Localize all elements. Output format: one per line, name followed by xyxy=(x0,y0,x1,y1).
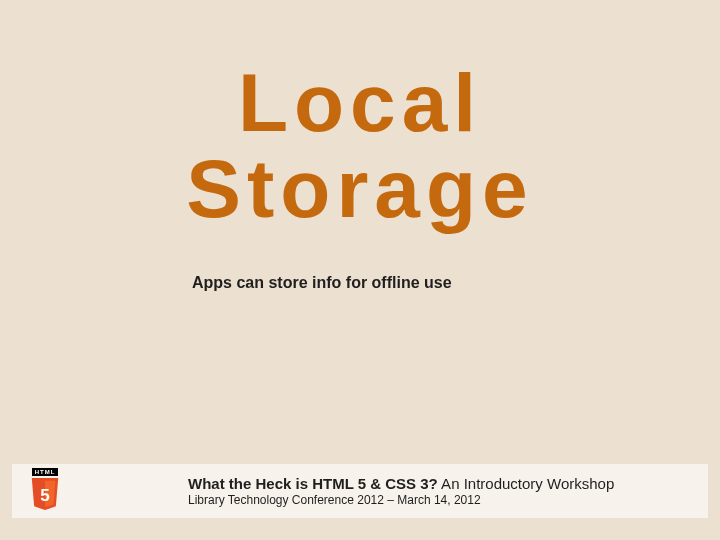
html5-shield-icon: 5 xyxy=(29,478,61,512)
slide-subtitle: Apps can store info for offline use xyxy=(192,274,640,292)
footer-subtitle-line: Library Technology Conference 2012 – Mar… xyxy=(188,493,698,507)
slide-title-area: Local Storage xyxy=(0,60,720,232)
footer-title-rest: An Introductory Workshop xyxy=(438,475,614,492)
title-line2: Storage xyxy=(186,143,533,234)
html5-logo: HTML 5 xyxy=(22,468,68,514)
html5-logo-label: HTML xyxy=(32,468,59,476)
slide-title: Local Storage xyxy=(0,60,720,232)
slide-subtitle-area: Apps can store info for offline use xyxy=(192,274,640,292)
footer-title-bold: What the Heck is HTML 5 & CSS 3? xyxy=(188,475,438,492)
html5-logo-number: 5 xyxy=(40,486,49,505)
footer-title-line: What the Heck is HTML 5 & CSS 3? An Intr… xyxy=(188,475,698,493)
footer-text: What the Heck is HTML 5 & CSS 3? An Intr… xyxy=(188,475,698,507)
footer-bar: HTML 5 What the Heck is HTML 5 & CSS 3? … xyxy=(12,464,708,518)
title-line1: Local xyxy=(238,57,482,148)
